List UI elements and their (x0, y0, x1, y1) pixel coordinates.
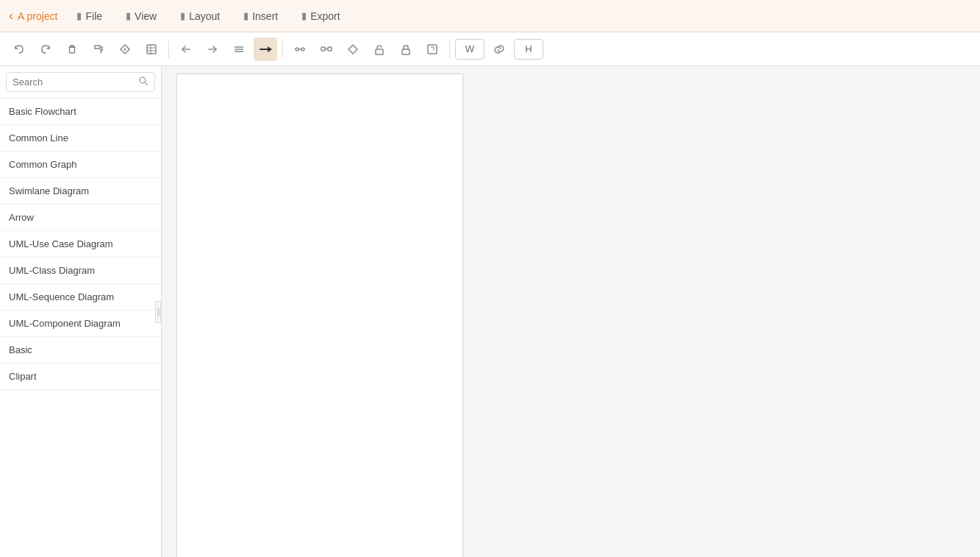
insert-icon: ▮ (243, 10, 248, 21)
lock-closed-icon (400, 43, 412, 55)
line-style-button[interactable] (227, 38, 251, 61)
link-button[interactable] (487, 38, 511, 61)
pen-button[interactable] (288, 38, 312, 61)
table-icon (146, 43, 157, 55)
diamond-button[interactable] (341, 38, 365, 61)
line-style-icon (233, 43, 245, 55)
lock-open-button[interactable] (368, 38, 391, 61)
svg-marker-13 (268, 46, 272, 52)
main-content: Basic FlowchartCommon LineCommon GraphSw… (0, 66, 980, 557)
svg-point-14 (296, 48, 298, 51)
delete-icon (66, 43, 78, 55)
expand-icon (426, 43, 438, 55)
arrow-right-icon (207, 43, 218, 55)
svg-rect-18 (328, 47, 332, 51)
toolbar-sep-1 (168, 40, 169, 58)
menu-insert[interactable]: ▮ Insert (239, 7, 282, 25)
toolbar: W H (0, 32, 980, 66)
menu-export[interactable]: ▮ Export (297, 7, 344, 25)
sidebar-item-basic[interactable]: Basic (0, 337, 161, 363)
connection-icon (321, 43, 332, 55)
delete-button[interactable] (60, 38, 84, 61)
search-icon (138, 76, 149, 88)
sidebar-item-swimlane-diagram[interactable]: Swimlane Diagram (0, 178, 161, 205)
expand-button[interactable] (421, 38, 444, 61)
svg-rect-0 (70, 47, 75, 53)
sidebar-item-uml-class[interactable]: UML-Class Diagram (0, 258, 161, 284)
svg-rect-22 (402, 49, 409, 54)
menu-insert-label: Insert (252, 10, 278, 22)
redo-button[interactable] (34, 38, 57, 61)
lock-open-icon (373, 43, 385, 55)
sidebar-resizer[interactable]: ∥ (155, 301, 161, 323)
export-icon: ▮ (301, 10, 307, 21)
canvas-paper (176, 74, 463, 557)
redo-icon (40, 43, 51, 55)
arrow-solid-icon (259, 43, 272, 55)
arrow-right-button[interactable] (201, 38, 224, 61)
height-label: H (525, 43, 532, 54)
menu-view[interactable]: ▮ View (121, 7, 161, 25)
svg-rect-23 (428, 45, 437, 54)
project-name: A project (18, 10, 57, 22)
layout-icon: ▮ (180, 10, 185, 21)
sidebar-item-uml-use-case[interactable]: UML-Use Case Diagram (0, 231, 161, 258)
sidebar-item-basic-flowchart[interactable]: Basic Flowchart (0, 99, 161, 125)
sidebar-item-common-graph[interactable]: Common Graph (0, 152, 161, 178)
svg-rect-3 (147, 45, 156, 54)
arrow-solid-button[interactable] (254, 38, 277, 61)
svg-point-24 (140, 77, 146, 83)
pen-icon (294, 43, 306, 55)
back-button[interactable]: ‹ A project (9, 8, 57, 24)
sidebar: Basic FlowchartCommon LineCommon GraphSw… (0, 66, 162, 557)
sidebar-item-clipart[interactable]: Clipart (0, 363, 161, 390)
format-paint-button[interactable] (87, 38, 110, 61)
view-icon: ▮ (126, 10, 131, 21)
arrow-left-button[interactable] (174, 38, 198, 61)
format-paint-icon (93, 43, 104, 55)
back-chevron-icon: ‹ (9, 8, 13, 24)
svg-rect-17 (321, 47, 325, 51)
sidebar-item-uml-component[interactable]: UML-Component Diagram (0, 311, 161, 337)
svg-marker-20 (348, 45, 357, 54)
menu-layout[interactable]: ▮ Layout (176, 7, 224, 25)
search-wrapper[interactable] (6, 72, 155, 92)
fill-icon (119, 43, 131, 55)
svg-point-15 (301, 48, 304, 51)
lock-closed-button[interactable] (394, 38, 418, 61)
toolbar-sep-2 (282, 40, 283, 58)
canvas-area[interactable] (162, 66, 980, 557)
sidebar-item-uml-sequence[interactable]: UML-Sequence Diagram (0, 284, 161, 311)
diamond-icon (347, 43, 359, 55)
svg-rect-21 (376, 49, 383, 54)
height-input[interactable]: H (514, 39, 543, 60)
search-container (0, 66, 161, 99)
menu-file[interactable]: ▮ File (72, 7, 107, 25)
undo-button[interactable] (7, 38, 31, 61)
top-menubar: ‹ A project ▮ File ▮ View ▮ Layout ▮ Ins… (0, 0, 980, 32)
menu-layout-label: Layout (189, 10, 220, 22)
arrow-left-icon (180, 43, 192, 55)
file-icon: ▮ (76, 10, 82, 21)
sidebar-item-arrow[interactable]: Arrow (0, 205, 161, 231)
table-button[interactable] (140, 38, 163, 61)
menu-export-label: Export (310, 10, 340, 22)
svg-line-25 (146, 83, 148, 85)
toolbar-sep-3 (449, 40, 450, 58)
width-label: W (465, 43, 474, 54)
fill-button[interactable] (113, 38, 137, 61)
svg-point-2 (124, 48, 126, 50)
sidebar-list: Basic FlowchartCommon LineCommon GraphSw… (0, 99, 161, 557)
connection-button[interactable] (315, 38, 338, 61)
undo-icon (13, 43, 25, 55)
width-input[interactable]: W (455, 39, 484, 60)
menu-view-label: View (135, 10, 157, 22)
search-input[interactable] (12, 77, 138, 88)
link-icon (493, 43, 506, 55)
menu-file-label: File (85, 10, 102, 22)
sidebar-item-common-line[interactable]: Common Line (0, 125, 161, 152)
